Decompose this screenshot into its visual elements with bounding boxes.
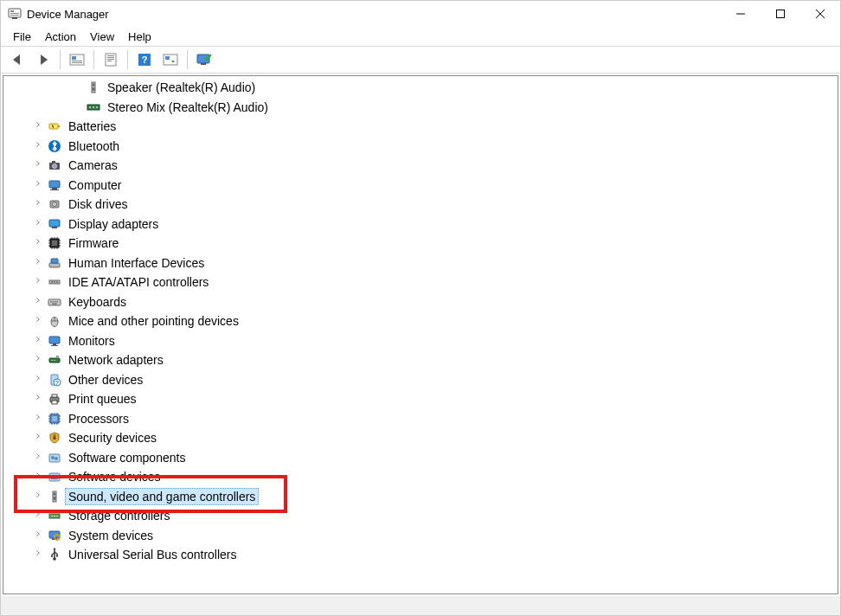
tree-item[interactable]: Universal Serial Bus controllers	[3, 545, 838, 565]
svg-rect-11	[107, 55, 114, 56]
svg-rect-4	[12, 17, 17, 19]
expander-icon[interactable]	[73, 101, 85, 113]
expander-icon[interactable]	[34, 335, 46, 347]
tree-item-label: Other devices	[65, 371, 146, 388]
menu-view[interactable]: View	[83, 29, 121, 45]
expander-icon[interactable]	[34, 374, 46, 386]
expander-icon[interactable]	[34, 218, 46, 230]
menu-help[interactable]: Help	[121, 29, 158, 45]
tree-item[interactable]: Display adapters	[3, 215, 838, 234]
usb-icon	[48, 548, 61, 561]
tree-item[interactable]: Speaker (Realtek(R) Audio)	[3, 78, 838, 98]
toolbar-back-button[interactable]	[6, 48, 29, 71]
expander-icon[interactable]	[34, 510, 46, 522]
other-icon	[48, 373, 61, 387]
titlebar: Device Manager	[1, 1, 840, 27]
expander-icon[interactable]	[34, 296, 46, 308]
expander-icon[interactable]	[34, 452, 46, 464]
tree-item-label: Stereo Mix (Realtek(R) Audio)	[104, 99, 272, 116]
tree-item-label: Speaker (Realtek(R) Audio)	[104, 79, 259, 96]
tree-item[interactable]: Software components	[3, 448, 838, 468]
expander-icon[interactable]	[34, 549, 46, 561]
tree-item-label: Software components	[65, 449, 189, 466]
expander-icon[interactable]	[34, 413, 46, 425]
tree-item-label: Network adapters	[65, 351, 167, 369]
firmware-icon	[48, 236, 61, 250]
processor-icon	[48, 412, 61, 426]
sound-icon	[48, 490, 61, 504]
tree-item-label: Disk drives	[65, 196, 131, 213]
tree-item-label: Display adapters	[65, 215, 162, 233]
expander-icon[interactable]	[34, 276, 46, 288]
tree-item-label: Batteries	[65, 118, 119, 135]
svg-rect-5	[777, 10, 785, 18]
tree-item-label: Computer	[65, 176, 125, 194]
expander-icon[interactable]	[34, 120, 46, 132]
svg-rect-13	[107, 59, 114, 60]
keyboard-icon	[48, 295, 61, 309]
system-icon	[48, 529, 61, 542]
ide-icon	[48, 275, 61, 289]
mouse-icon	[48, 314, 61, 328]
tree-item[interactable]: Human Interface Devices	[3, 253, 838, 273]
tree-item[interactable]: Computer	[3, 176, 838, 196]
tree-item-label: Universal Serial Bus controllers	[65, 546, 241, 563]
tree-item[interactable]: Disk drives	[3, 195, 838, 215]
tree-item[interactable]: IDE ATA/ATAPI controllers	[3, 273, 838, 292]
status-bar	[1, 596, 840, 615]
expander-icon[interactable]	[34, 198, 46, 210]
toolbar-forward-button[interactable]	[32, 48, 55, 71]
svg-text:?: ?	[142, 55, 148, 65]
device-manager-window: Device Manager File Action View Help	[0, 0, 841, 616]
expander-icon[interactable]	[34, 179, 46, 191]
tree-item[interactable]: Sound, video and game controllers	[3, 487, 838, 507]
expander-icon[interactable]	[34, 529, 46, 542]
toolbar-show-hidden-button[interactable]	[66, 48, 88, 71]
device-tree[interactable]: Speaker (Realtek(R) Audio)Stereo Mix (Re…	[3, 76, 838, 594]
security-icon	[48, 431, 61, 445]
tree-item[interactable]: Cameras	[3, 156, 838, 176]
tree-item[interactable]: Processors	[3, 409, 838, 429]
expander-icon[interactable]	[34, 140, 46, 152]
tree-item[interactable]: Print queues	[3, 389, 838, 409]
expander-icon[interactable]	[34, 491, 46, 503]
expander-icon[interactable]	[34, 471, 46, 483]
expander-icon[interactable]	[34, 257, 46, 269]
menu-action[interactable]: Action	[38, 29, 83, 45]
tree-item[interactable]: System devices	[3, 526, 838, 546]
camera-icon	[48, 158, 61, 172]
tree-item[interactable]: Stereo Mix (Realtek(R) Audio)	[3, 98, 838, 118]
expander-icon[interactable]	[34, 315, 46, 327]
expander-icon[interactable]	[34, 159, 46, 171]
expander-icon[interactable]	[34, 432, 46, 444]
tree-item-label: IDE ATA/ATAPI controllers	[65, 273, 212, 291]
toolbar-separator	[187, 50, 188, 69]
tree-item[interactable]: Network adapters	[3, 350, 838, 370]
tree-item-label: Firmware	[65, 234, 122, 252]
window-close-button[interactable]	[800, 1, 840, 27]
toolbar-monitor-check-button[interactable]	[193, 48, 215, 71]
toolbar-help-button[interactable]: ?	[133, 48, 156, 71]
tree-item[interactable]: Security devices	[3, 428, 838, 448]
expander-icon[interactable]	[34, 237, 46, 249]
tree-item[interactable]: Other devices	[3, 370, 838, 390]
toolbar-scan-button[interactable]	[159, 48, 182, 71]
tree-item[interactable]: Mice and other pointing devices	[3, 311, 838, 331]
window-maximize-button[interactable]	[761, 1, 800, 27]
expander-icon[interactable]	[34, 354, 46, 366]
network-icon	[48, 353, 61, 367]
expander-icon[interactable]	[34, 393, 46, 405]
toolbar-properties-button[interactable]	[100, 48, 122, 71]
tree-item[interactable]: Monitors	[3, 331, 838, 351]
tree-item[interactable]: Storage controllers	[3, 506, 838, 526]
battery-icon	[48, 119, 61, 133]
menu-file[interactable]: File	[6, 29, 38, 45]
tree-item[interactable]: Batteries	[3, 117, 838, 137]
tree-item[interactable]: Keyboards	[3, 292, 838, 312]
expander-icon[interactable]	[73, 81, 85, 93]
tree-item[interactable]: Bluetooth	[3, 137, 838, 157]
tree-item[interactable]: Software devices	[3, 467, 838, 487]
window-minimize-button[interactable]	[721, 1, 761, 27]
tree-item[interactable]: Firmware	[3, 234, 838, 253]
svg-rect-1	[10, 10, 14, 12]
